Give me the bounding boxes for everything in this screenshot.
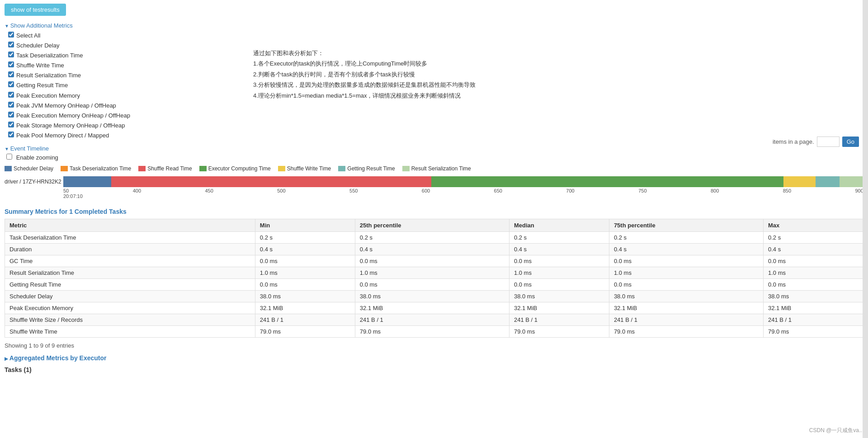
checkbox-text-cb_peak_jvm: Peak JVM Memory OnHeap / OffHeap <box>16 102 116 109</box>
table-cell: 32.1 MiB <box>255 302 355 314</box>
table-cell: 38.0 ms <box>509 291 609 302</box>
checkbox-text-cb_peak_storage: Peak Storage Memory OnHeap / OffHeap <box>16 122 125 129</box>
table-cell: Task Deserialization Time <box>5 232 255 244</box>
tasks-section: Tasks (1) <box>0 364 868 375</box>
legend-color-box <box>61 166 68 171</box>
legend-color-box <box>278 166 285 171</box>
table-cell: Getting Result Time <box>5 279 255 291</box>
legend-color-box <box>5 166 12 171</box>
legend-item: Executor Computing Time <box>199 165 271 172</box>
checkbox-cb_peak_exec_mem[interactable] <box>8 92 14 98</box>
pagination-label: items in a page. <box>773 138 814 145</box>
pagination-go-button[interactable]: Go <box>842 137 859 147</box>
legend-label: Executor Computing Time <box>208 165 271 172</box>
checkbox-text-cb_scheduler_delay: Scheduler Delay <box>16 42 59 49</box>
legend-color-box <box>402 166 410 171</box>
table-cell: Shuffle Write Size / Records <box>5 314 255 326</box>
pagination-input[interactable] <box>817 137 840 147</box>
legend-label: Getting Result Time <box>347 165 395 172</box>
showing-text: Showing 1 to 9 of 9 entries <box>0 339 868 352</box>
timeline-axis: 50400450500550600650700750800850900 <box>63 188 863 193</box>
checkbox-text-cb_peak_exec_onheap: Peak Execution Memory OnHeap / OffHeap <box>16 112 130 119</box>
table-row: Task Deserialization Time0.2 s0.2 s0.2 s… <box>5 232 863 244</box>
timeline-wrapper: driver / 17ZY-HRN32K2 504004505005506006… <box>0 174 868 203</box>
table-cell: 32.1 MiB <box>763 302 863 314</box>
tasks-title: Tasks (1) <box>5 366 863 373</box>
checkbox-cb_peak_storage[interactable] <box>8 122 14 127</box>
table-cell: 241 B / 1 <box>763 314 863 326</box>
table-cell: 1.0 ms <box>609 267 763 279</box>
legend-item: Shuffle Read Time <box>138 165 192 172</box>
table-cell: Result Serialization Time <box>5 267 255 279</box>
legend-item: Getting Result Time <box>338 165 395 172</box>
table-cell: 79.0 ms <box>609 326 763 338</box>
table-header: Metric <box>5 219 255 232</box>
enable-zooming-checkbox[interactable] <box>6 154 12 160</box>
enable-zooming-row: Enable zooming <box>5 154 863 161</box>
table-cell: 1.0 ms <box>763 267 863 279</box>
table-row: Shuffle Write Size / Records241 B / 1241… <box>5 314 863 326</box>
axis-tick: 700 <box>566 188 574 193</box>
checkbox-label-cb_peak_storage[interactable]: Peak Storage Memory OnHeap / OffHeap <box>8 121 863 131</box>
checkbox-cb_peak_pool[interactable] <box>8 132 14 137</box>
checkbox-text-cb_peak_pool: Peak Pool Memory Direct / Mapped <box>16 132 109 139</box>
bar-segment <box>783 176 816 187</box>
checkbox-label-cb_peak_exec_onheap[interactable]: Peak Execution Memory OnHeap / OffHeap <box>8 111 863 121</box>
checkbox-label-cb_select_all[interactable]: Select All <box>8 31 863 41</box>
axis-tick: 600 <box>422 188 430 193</box>
table-cell: 0.4 s <box>355 244 509 255</box>
checkbox-text-cb_shuffle_write: Shuffle Write Time <box>16 62 64 69</box>
timeline-row: driver / 17ZY-HRN32K2 <box>5 176 863 187</box>
completed-count: 1 <box>69 208 73 215</box>
scrollbar-right[interactable] <box>863 0 868 375</box>
show-test-results-button[interactable]: show of testresults <box>5 4 66 16</box>
legend-color-box <box>199 166 207 171</box>
aggregated-toggle[interactable]: Aggregated Metrics by Executor <box>5 354 863 362</box>
checkbox-label-cb_peak_jvm[interactable]: Peak JVM Memory OnHeap / OffHeap <box>8 101 863 111</box>
checkbox-cb_select_all[interactable] <box>8 32 14 38</box>
checkbox-cb_getting_result[interactable] <box>8 81 14 87</box>
timeline-driver-label: driver / 17ZY-HRN32K2 <box>5 179 63 185</box>
table-cell: 0.0 ms <box>255 279 355 291</box>
summary-section: Summary Metrics for 1 Completed Tasks Me… <box>0 203 868 339</box>
axis-tick: 400 <box>133 188 141 193</box>
checkbox-label-cb_peak_pool[interactable]: Peak Pool Memory Direct / Mapped <box>8 131 863 141</box>
checkbox-text-cb_select_all: Select All <box>16 32 40 39</box>
enable-zooming-label[interactable]: Enable zooming <box>6 154 58 161</box>
bar-segment <box>816 176 840 187</box>
metrics-toggle[interactable]: Show Additional Metrics <box>5 22 863 29</box>
table-header: Median <box>509 219 609 232</box>
axis-date: 20:07:10 <box>5 193 863 199</box>
checkbox-cb_shuffle_write[interactable] <box>8 61 14 67</box>
timeline-axis-container: 50400450500550600650700750800850900 <box>5 188 863 193</box>
metrics-table: MetricMin25th percentileMedian75th perce… <box>5 219 863 338</box>
annotation-box: 通过如下图和表分析如下： 1.各个Executor的task的执行情况，理论上C… <box>253 48 506 101</box>
table-row: Result Serialization Time1.0 ms1.0 ms1.0… <box>5 267 863 279</box>
checkbox-cb_result_serial[interactable] <box>8 71 14 77</box>
table-cell: Scheduler Delay <box>5 291 255 302</box>
annotation-line4: 3.分析较慢情况，是因为处理的数据量多造成的数据倾斜还是集群机器性能不均衡导致 <box>253 80 506 90</box>
table-cell: 79.0 ms <box>763 326 863 338</box>
table-cell: 1.0 ms <box>355 267 509 279</box>
table-cell: 0.4 s <box>763 244 863 255</box>
legend-item: Scheduler Delay <box>5 165 53 172</box>
table-cell: 0.0 ms <box>509 255 609 267</box>
table-cell: 38.0 ms <box>255 291 355 302</box>
checkbox-cb_peak_jvm[interactable] <box>8 102 14 108</box>
annotation-line2: 1.各个Executor的task的执行情况，理论上ComputingTime时… <box>253 58 506 69</box>
table-cell: 0.0 ms <box>355 255 509 267</box>
table-cell: 0.0 ms <box>609 279 763 291</box>
table-cell: 0.0 ms <box>763 255 863 267</box>
checkbox-cb_peak_exec_onheap[interactable] <box>8 112 14 118</box>
event-timeline-toggle[interactable]: Event Timeline <box>5 145 863 152</box>
checkbox-cb_task_deser[interactable] <box>8 52 14 57</box>
table-cell: 32.1 MiB <box>355 302 509 314</box>
table-cell: 0.2 s <box>763 232 863 244</box>
aggregated-section: Aggregated Metrics by Executor <box>0 352 868 364</box>
legend-bar: Scheduler DelayTask Deserialization Time… <box>0 163 868 174</box>
table-cell: 0.2 s <box>609 232 763 244</box>
checkbox-cb_scheduler_delay[interactable] <box>8 42 14 47</box>
table-row: Scheduler Delay38.0 ms38.0 ms38.0 ms38.0… <box>5 291 863 302</box>
legend-label: Shuffle Read Time <box>147 165 192 172</box>
table-cell: 0.4 s <box>255 244 355 255</box>
